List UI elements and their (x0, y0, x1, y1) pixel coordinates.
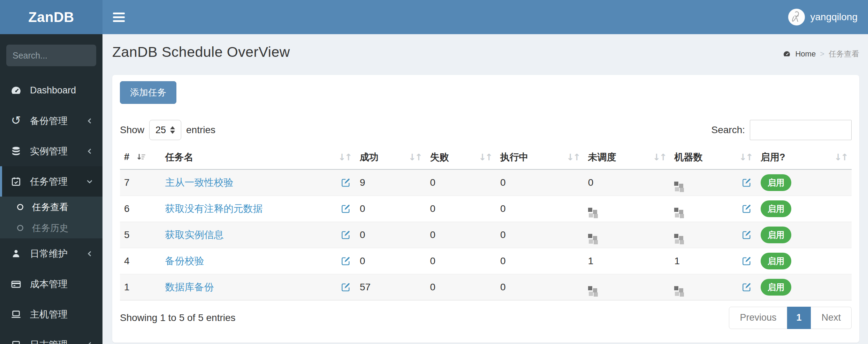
sidebar-item-dashboard[interactable]: Dashboard (0, 75, 102, 106)
success-cell: 0 (356, 196, 426, 222)
status-badge: 启用 (761, 253, 791, 269)
table-row: 7主从一致性校验9000启用 (120, 169, 852, 196)
app-logo[interactable]: ZanDB (0, 0, 102, 34)
edit-task-icon[interactable] (340, 229, 351, 240)
task-name-cell: 备份校验 (161, 248, 356, 274)
chevron-left-icon (85, 116, 94, 125)
database-icon (10, 145, 22, 158)
redacted-value (588, 234, 592, 238)
sidebar-subitem-task-history[interactable]: 任务历史 (0, 217, 102, 238)
edit-machines-icon[interactable] (741, 255, 752, 267)
table-info: Showing 1 to 5 of 5 entries (120, 312, 236, 323)
sidebar-item-host-mgmt[interactable]: 主机管理 (0, 299, 102, 329)
table-row: 1数据库备份5700启用 (120, 274, 852, 300)
circle-icon (16, 223, 25, 232)
chevron-left-icon (85, 340, 94, 344)
table-search-input[interactable] (750, 120, 852, 140)
column-header-3[interactable]: 失败↓↑ (426, 145, 496, 169)
task-name-link[interactable]: 数据库备份 (165, 281, 214, 294)
column-header-6[interactable]: 机器数↓↑ (670, 145, 756, 169)
column-header-5[interactable]: 未调度↓↑ (584, 145, 670, 169)
sort-arrows-icon: ↓↑ (338, 152, 351, 162)
task-name-link[interactable]: 获取实例信息 (165, 228, 224, 242)
edit-task-icon[interactable] (340, 177, 351, 188)
breadcrumb-current: 任务查看 (829, 49, 859, 59)
unscheduled-cell (584, 196, 670, 222)
sort-arrows-icon: ↓↑ (566, 152, 580, 162)
pagination-page-1-button[interactable]: 1 (787, 307, 811, 329)
machines-cell (670, 196, 756, 222)
task-name-cell: 获取没有注释的元数据 (161, 196, 356, 222)
task-name-cell: 获取实例信息 (161, 222, 356, 248)
task-mgmt-submenu: 任务查看 任务历史 (0, 197, 102, 238)
fail-cell: 0 (426, 169, 496, 196)
task-name-link[interactable]: 备份校验 (165, 254, 204, 268)
status-badge: 启用 (761, 174, 791, 191)
task-id-cell: 7 (120, 169, 161, 196)
unscheduled-cell: 1 (584, 248, 670, 274)
sort-arrows-icon: ↓↑ (409, 152, 422, 162)
unscheduled-cell (584, 274, 670, 300)
running-cell: 0 (496, 248, 584, 274)
sidebar-search-input[interactable] (13, 51, 102, 61)
status-cell: 启用 (756, 248, 852, 274)
sidebar: Dashboard ↺ 备份管理 实例管理 任务管理 (0, 34, 102, 344)
sidebar-item-daily-maintenance[interactable]: 日常维护 (0, 238, 102, 269)
status-cell: 启用 (756, 169, 852, 196)
credit-card-icon (10, 278, 22, 290)
fail-cell: 0 (426, 248, 496, 274)
column-header-1[interactable]: 任务名↓↑ (161, 145, 356, 169)
gauge-icon (783, 50, 791, 58)
column-header-0[interactable]: # (120, 145, 161, 169)
tasks-card: 添加任务 Show 25 entries Search: #任务名↓↑成 (112, 75, 859, 343)
sidebar-item-backup-mgmt[interactable]: ↺ 备份管理 (0, 106, 102, 136)
redacted-value (674, 286, 678, 290)
add-task-button[interactable]: 添加任务 (120, 81, 176, 104)
sidebar-item-log-mgmt[interactable]: 日志管理 (0, 329, 102, 344)
edit-machines-icon[interactable] (741, 177, 752, 188)
sidebar-item-cost-mgmt[interactable]: 成本管理 (0, 269, 102, 299)
sidebar-search (6, 45, 96, 66)
table-search: Search: (711, 120, 852, 140)
page-title: ZanDB Schedule OverView (112, 44, 290, 60)
user-menu[interactable]: yangqilong (788, 9, 858, 25)
sidebar-toggle-icon[interactable] (113, 10, 129, 24)
fail-cell: 0 (426, 222, 496, 248)
chevron-left-icon (85, 147, 94, 156)
breadcrumb: Home > 任务查看 (783, 49, 859, 59)
pagination-previous-button[interactable]: Previous (729, 307, 787, 329)
table-header-row: #任务名↓↑成功↓↑失败↓↑执行中↓↑未调度↓↑机器数↓↑启用?↓↑ (120, 145, 852, 169)
history-icon: ↺ (10, 115, 22, 127)
redacted-value (674, 208, 678, 212)
select-stepper-icon (170, 126, 175, 134)
user-md-icon (10, 247, 22, 260)
edit-task-icon[interactable] (340, 255, 351, 267)
calendar-check-icon (10, 175, 22, 188)
sidebar-item-task-mgmt[interactable]: 任务管理 (0, 166, 102, 197)
page-length-select[interactable]: 25 (149, 120, 181, 140)
column-header-4[interactable]: 执行中↓↑ (496, 145, 584, 169)
breadcrumb-home-link[interactable]: Home (795, 49, 816, 59)
sidebar-item-instance-mgmt[interactable]: 实例管理 (0, 136, 102, 166)
edit-task-icon[interactable] (340, 282, 351, 293)
top-navbar: ZanDB yangqilong (0, 0, 868, 34)
task-name-link[interactable]: 获取没有注释的元数据 (165, 202, 263, 215)
sort-desc-icon (136, 152, 146, 162)
square-icon (10, 338, 22, 344)
edit-task-icon[interactable] (340, 203, 351, 214)
gauge-icon (10, 84, 22, 97)
edit-machines-icon[interactable] (741, 229, 752, 240)
laptop-icon (10, 308, 22, 321)
table-row: 5获取实例信息000启用 (120, 222, 852, 248)
edit-machines-icon[interactable] (741, 282, 752, 293)
pagination-next-button[interactable]: Next (811, 307, 852, 329)
machines-cell (670, 222, 756, 248)
task-name-link[interactable]: 主从一致性校验 (165, 176, 234, 189)
edit-machines-icon[interactable] (741, 203, 752, 214)
table-row: 6获取没有注释的元数据000启用 (120, 196, 852, 222)
sort-arrows-icon: ↓↑ (479, 152, 492, 162)
column-header-7[interactable]: 启用?↓↑ (756, 145, 852, 169)
column-header-2[interactable]: 成功↓↑ (356, 145, 426, 169)
redacted-value (674, 182, 678, 186)
sidebar-subitem-task-view[interactable]: 任务查看 (0, 197, 102, 217)
